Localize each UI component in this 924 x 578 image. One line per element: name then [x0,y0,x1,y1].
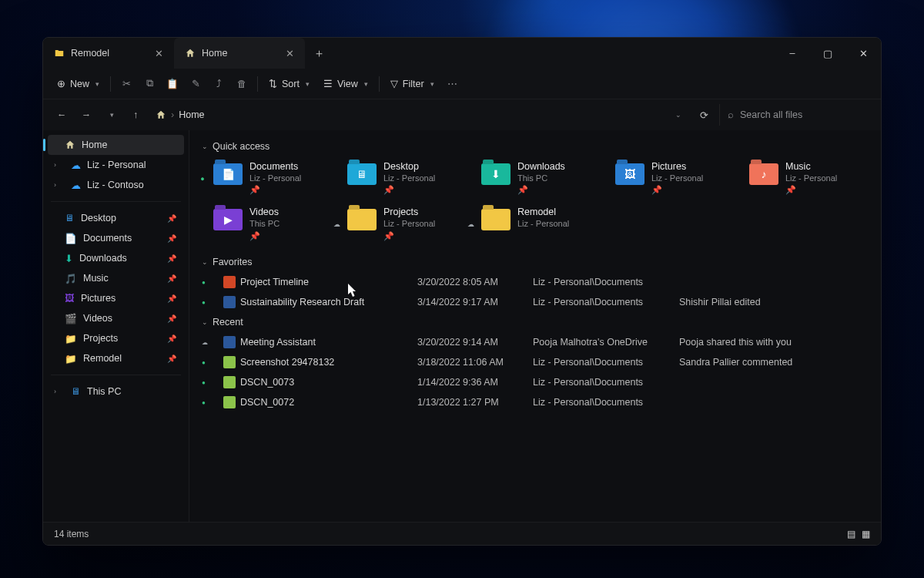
maximize-button[interactable]: ▢ [810,38,845,69]
recent-locations-button[interactable]: ▾ [100,104,122,126]
folder-icon: ♪ [748,161,779,187]
sidebar-item-pictures[interactable]: 🖼 Pictures 📌 [48,288,184,308]
quick-access-documents[interactable]: ● 📄 Documents Liz - Personal 📌 [194,158,325,199]
view-button[interactable]: ☰ View ▾ [317,73,374,94]
delete-button[interactable]: 🗑 [231,74,253,94]
cloud-icon: ☁ [333,220,340,228]
videos-icon: 🎬 [65,313,77,324]
chevron-right-icon[interactable]: › [54,388,56,395]
quick-access-desktop[interactable]: 🖥 Desktop Liz - Personal 📌 [328,158,459,199]
list-item[interactable]: ● DSCN_0073 1/14/2022 9:36 AM Liz - Pers… [189,372,881,392]
section-quick-access[interactable]: ⌄ Quick access [189,136,881,156]
sidebar-item-liz-personal[interactable]: › ☁ Liz - Personal [48,155,184,175]
list-item[interactable]: ● Project Timeline 3/20/2022 8:05 AM Liz… [189,272,881,292]
pin-icon: 📌 [651,185,703,196]
file-location: Liz - Personal\Documents [533,277,679,287]
forward-button[interactable]: → [75,104,97,126]
new-button[interactable]: ⊕ New ▾ [51,73,105,94]
chevron-down-icon: ▾ [306,80,310,88]
copy-button[interactable]: ⧉ [139,73,160,94]
sidebar-item-documents[interactable]: 📄 Documents 📌 [48,228,184,248]
sidebar-item-music[interactable]: 🎵 Music 📌 [48,268,184,288]
file-explorer-window: Remodel ✕ Home ✕ ＋ – ▢ ✕ ⊕ New ▾ ✂ ⧉ 📋 ✎… [42,37,882,546]
section-favorites[interactable]: ⌄ Favorites [189,252,881,272]
sidebar-item-videos[interactable]: 🎬 Videos 📌 [48,308,184,328]
details-view-button[interactable]: ▤ [847,529,855,539]
breadcrumb[interactable]: › Home [156,109,664,120]
back-button[interactable]: ← [51,104,72,126]
file-location: Liz - Personal\Documents [533,297,679,307]
folder-icon: 🖼 [614,161,645,187]
word-file-icon [223,336,236,348]
refresh-button[interactable]: ⟳ [693,104,715,126]
close-icon[interactable]: ✕ [155,48,163,59]
quick-access-pictures[interactable]: 🖼 Pictures Liz - Personal 📌 [596,158,727,199]
rename-icon: ✎ [192,78,200,89]
documents-icon: 📄 [65,233,77,244]
address-dropdown-button[interactable]: ⌄ [667,104,688,126]
chevron-down-icon: ▾ [430,80,434,88]
home-icon [156,109,166,120]
item-name: Music [785,161,837,173]
sidebar-item-downloads[interactable]: ⬇ Downloads 📌 [48,248,184,268]
sidebar-item-label: Music [83,273,109,284]
list-item[interactable]: ● Sustainability Research Draft 3/14/202… [189,292,881,312]
quick-access-videos[interactable]: ▶ Videos This PC 📌 [194,203,325,244]
sidebar-item-label: Home [82,139,107,150]
minimize-button[interactable]: – [775,38,810,69]
tiles-view-button[interactable]: ▦ [862,529,870,539]
up-button[interactable]: ↑ [125,104,146,126]
share-button[interactable]: ⤴ [208,74,229,94]
pin-icon: 📌 [167,234,176,243]
cut-button[interactable]: ✂ [116,73,137,94]
chevron-down-icon: ▾ [110,111,114,119]
quick-access-remodel[interactable]: ☁ Remodel Liz - Personal [462,203,593,244]
sidebar-item-projects[interactable]: 📁 Projects 📌 [48,328,184,348]
section-recent[interactable]: ⌄ Recent [189,312,881,332]
sidebar-item-this-pc[interactable]: › 🖥 This PC [48,381,184,402]
section-label: Quick access [213,141,270,152]
folder-icon: 📁 [65,353,77,365]
sidebar-item-desktop[interactable]: 🖥 Desktop 📌 [48,208,184,228]
tab-remodel[interactable]: Remodel ✕ [43,38,174,69]
more-button[interactable]: ⋯ [442,73,464,94]
file-note: Pooja shared this with you [679,337,869,348]
pin-icon: 📌 [167,274,176,283]
list-item[interactable]: ☁ Meeting Assistant 3/20/2022 9:14 AM Po… [189,332,881,352]
paste-icon: 📋 [166,78,179,89]
sidebar-item-label: Downloads [79,253,127,264]
quick-access-projects[interactable]: ☁ Projects Liz - Personal 📌 [328,203,459,244]
sidebar-item-remodel[interactable]: 📁 Remodel 📌 [48,348,184,368]
sidebar-item-label: Projects [83,333,118,344]
close-icon[interactable]: ✕ [286,48,294,59]
paste-button[interactable]: 📋 [162,73,183,94]
file-date: 1/14/2022 9:36 AM [417,377,533,388]
synced-icon: ● [202,299,223,306]
filter-button[interactable]: ▽ Filter ▾ [384,73,440,94]
content-pane: ⌄ Quick access ● 📄 Documents Liz - Perso… [189,130,881,522]
quick-access-music[interactable]: ♪ Music Liz - Personal 📌 [730,158,861,199]
file-name: Meeting Assistant [240,337,417,348]
sidebar-item-label: Desktop [81,213,116,223]
file-date: 1/13/2022 1:27 PM [417,397,533,408]
sidebar-item-label: Remodel [83,353,122,364]
list-item[interactable]: ● Screenshot 29478132 3/18/2022 11:06 AM… [189,352,881,372]
close-button[interactable]: ✕ [845,38,881,69]
pin-icon: 📌 [167,214,176,223]
synced-icon: ● [202,279,223,286]
item-location: Liz - Personal [785,173,837,184]
search-input[interactable]: ⌕ Search all files [719,104,873,126]
item-location: Liz - Personal [383,173,435,184]
sort-button[interactable]: ⇅ Sort ▾ [263,73,316,94]
quick-access-downloads[interactable]: ⬇ Downloads This PC 📌 [462,158,593,199]
statusbar: 14 items ▤ ▦ [43,522,881,545]
item-location: Liz - Personal [249,173,301,184]
tab-home[interactable]: Home ✕ [174,38,305,69]
rename-button[interactable]: ✎ [185,73,206,94]
list-item[interactable]: ● DSCN_0072 1/13/2022 1:27 PM Liz - Pers… [189,392,881,412]
chevron-right-icon[interactable]: › [54,181,56,189]
sidebar-item-liz-contoso[interactable]: › ☁ Liz - Contoso [48,175,184,195]
sidebar-item-home[interactable]: Home [48,135,184,155]
new-tab-button[interactable]: ＋ [305,38,333,69]
chevron-right-icon[interactable]: › [54,161,56,169]
